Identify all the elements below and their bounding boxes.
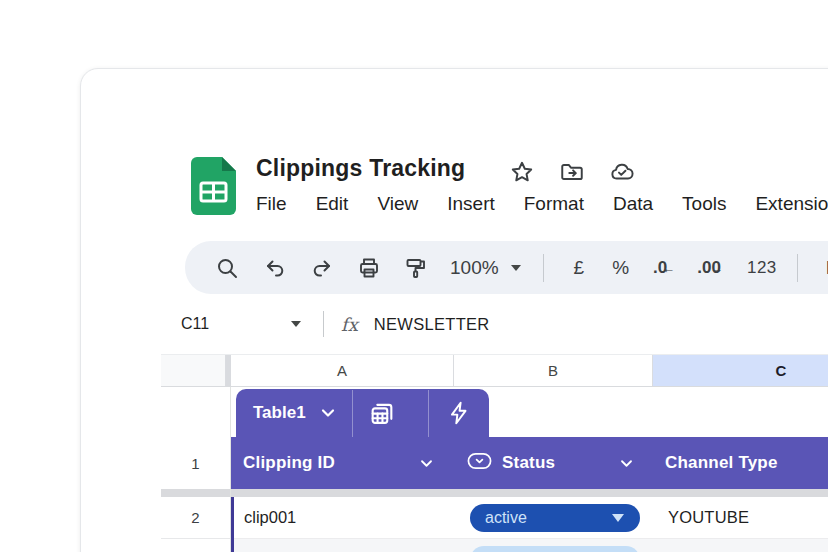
quick-actions-bolt-icon[interactable] xyxy=(429,400,489,426)
move-folder-icon[interactable] xyxy=(559,159,585,185)
menu-format[interactable]: Format xyxy=(524,193,584,215)
table-tab-chevron-icon[interactable] xyxy=(320,404,336,422)
gutter-blank-row xyxy=(161,387,230,437)
title-action-icons xyxy=(509,159,635,185)
decrease-decimal-button[interactable]: .0← xyxy=(653,250,667,286)
table-tab[interactable]: Table1 xyxy=(236,389,489,437)
name-box-caret-icon[interactable] xyxy=(291,321,301,327)
paint-format-icon[interactable] xyxy=(396,250,436,286)
cell-channel-type[interactable]: YOUTUBE xyxy=(668,508,749,527)
google-sheets-logo[interactable] xyxy=(191,157,236,215)
cloud-saved-icon[interactable] xyxy=(609,159,635,185)
left-arrow-icon: ← xyxy=(662,261,675,276)
name-box[interactable]: C11 xyxy=(181,315,277,333)
zoom-level-select[interactable]: 100% xyxy=(450,250,521,286)
row-header-3[interactable]: 3 xyxy=(161,539,230,552)
format-percent-button[interactable]: % xyxy=(612,250,629,286)
table-header-row: Clipping ID Status Channel Type xyxy=(231,437,828,489)
spreadsheet-app-window: Clippings Tracking xyxy=(80,68,828,552)
zoom-level-value: 100% xyxy=(450,257,499,279)
fx-icon: fx xyxy=(341,314,358,335)
sheets-logo-icon xyxy=(191,157,236,215)
right-arrow-icon: → xyxy=(710,261,723,276)
document-title[interactable]: Clippings Tracking xyxy=(256,155,465,182)
menu-extensions[interactable]: Extensions xyxy=(755,193,828,215)
row-header-1[interactable]: 1 xyxy=(161,437,230,489)
table-row[interactable]: clip001 active YOUTUBE xyxy=(234,497,828,539)
menu-tools[interactable]: Tools xyxy=(682,193,726,215)
column-header-b[interactable]: B xyxy=(454,355,653,386)
formula-input[interactable]: NEWSLETTER xyxy=(374,315,490,334)
status-dropdown-pill[interactable]: active xyxy=(470,504,640,532)
increase-decimal-button[interactable]: .00→ xyxy=(697,250,721,286)
zoom-caret-icon xyxy=(511,265,521,271)
table-tab-name[interactable]: Table1 xyxy=(253,403,306,423)
status-value: active xyxy=(485,509,527,527)
cell-clipping-id[interactable]: clip001 xyxy=(244,508,296,527)
frozen-row-band-gutter xyxy=(161,489,230,497)
column-headers: A B C xyxy=(161,354,828,387)
toolbar-divider-2 xyxy=(797,254,798,282)
search-icon[interactable] xyxy=(207,250,247,286)
menu-data[interactable]: Data xyxy=(613,193,653,215)
column-header-c-selected[interactable]: C xyxy=(653,355,828,386)
menu-edit[interactable]: Edit xyxy=(316,193,349,215)
header-status[interactable]: Status xyxy=(502,453,555,473)
number-format-button[interactable]: 123 xyxy=(747,250,777,286)
dropdown-chip-icon xyxy=(467,452,492,475)
row-number-gutter: 1 2 3 4 xyxy=(161,387,231,552)
table-row[interactable]: clip002 in-review INSTAGRAM xyxy=(234,539,828,552)
header-clipping-id-chevron-icon[interactable] xyxy=(419,453,434,473)
row-header-2[interactable]: 2 xyxy=(161,497,230,539)
menu-file[interactable]: File xyxy=(256,193,287,215)
toolbar: 100% £ % .0← .00→ 123 Robo xyxy=(185,241,828,294)
star-icon[interactable] xyxy=(509,159,535,185)
table-body: clip001 active YOUTUBE clip002 in-review… xyxy=(231,497,828,552)
menu-insert[interactable]: Insert xyxy=(447,193,495,215)
table-view-icon[interactable] xyxy=(353,399,413,427)
format-currency-button[interactable]: £ xyxy=(574,250,585,286)
header-clipping-id[interactable]: Clipping ID xyxy=(243,453,335,473)
header-status-chevron-icon[interactable] xyxy=(619,453,634,473)
select-all-corner[interactable] xyxy=(161,355,226,386)
menu-view[interactable]: View xyxy=(377,193,418,215)
print-icon[interactable] xyxy=(349,250,389,286)
formula-bar: C11 fx NEWSLETTER xyxy=(161,294,828,354)
pill-dropdown-triangle-icon xyxy=(612,514,624,522)
toolbar-divider xyxy=(543,254,544,282)
screenshot-stage: Clippings Tracking xyxy=(0,0,828,552)
cell-reference: C11 xyxy=(181,315,209,332)
redo-icon[interactable] xyxy=(302,250,342,286)
column-header-a[interactable]: A xyxy=(231,355,454,386)
frozen-row-band xyxy=(231,489,828,497)
undo-icon[interactable] xyxy=(255,250,295,286)
formula-bar-divider xyxy=(323,311,324,337)
header-channel-type[interactable]: Channel Type xyxy=(665,453,778,473)
status-dropdown-pill[interactable]: in-review xyxy=(470,546,640,552)
menu-bar: File Edit View Insert Format Data Tools … xyxy=(256,193,828,215)
